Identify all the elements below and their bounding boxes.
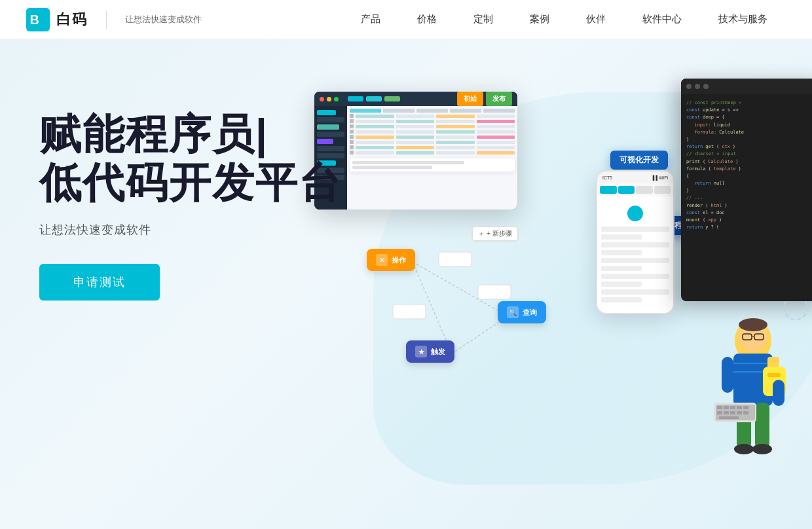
nav-item-products[interactable]: 产品: [342, 0, 399, 39]
phone-avatar: [627, 206, 643, 221]
hero-left-content: 赋能程序员| 低代码开发平台 让想法快速变成软件 申请测试: [39, 111, 342, 301]
step-btn-publish: 发布: [486, 92, 512, 106]
phone-row-4: [601, 250, 642, 255]
nav-item-pricing[interactable]: 价格: [399, 0, 455, 39]
svg-rect-7: [393, 304, 426, 319]
hero-title-line1: 赋能程序员|: [39, 111, 342, 157]
logo-area: B 白码 让想法快速变成软件: [26, 8, 202, 31]
node-icon-star: ★: [415, 346, 427, 357]
code-dot-3: [703, 84, 709, 89]
table-row-1: [350, 114, 515, 118]
cta-button[interactable]: 申请测试: [39, 264, 160, 301]
window-dot-red: [320, 97, 324, 101]
table-row-5: [350, 135, 515, 139]
svg-point-10: [739, 318, 767, 331]
toolbar-tag-green: [384, 96, 400, 101]
phone-tab-4: [654, 186, 671, 194]
svg-point-39: [784, 301, 807, 319]
phone-row-2: [601, 234, 642, 240]
svg-rect-19: [767, 373, 781, 377]
phone-row-3: [601, 242, 669, 247]
svg-rect-35: [730, 411, 735, 414]
svg-rect-23: [755, 403, 769, 448]
node-icon-orange: ✕: [376, 254, 388, 266]
code-content: // const printDeep = const update = s =>…: [681, 94, 812, 236]
toolbar-tag-teal: [366, 96, 382, 101]
logo-icon: B: [26, 8, 50, 31]
svg-rect-21: [773, 380, 784, 406]
table-row-6: [350, 140, 515, 144]
nav-item-custom[interactable]: 定制: [455, 0, 511, 39]
svg-rect-31: [737, 406, 742, 409]
table-row-2: [350, 119, 515, 123]
logo-text: 白码: [56, 10, 88, 29]
phone-tabs: [597, 183, 673, 196]
phone-row-8: [601, 282, 642, 287]
svg-text:B: B: [29, 12, 39, 27]
svg-rect-34: [724, 411, 729, 414]
phone-content: [597, 196, 673, 309]
node-icon-blue: 🔍: [507, 306, 519, 318]
step-buttons: 初始 发布: [457, 92, 512, 106]
svg-rect-37: [743, 411, 748, 414]
header: B 白码 让想法快速变成软件 产品 价格 定制 案例 伙伴 软件中心 技术与服务: [0, 0, 812, 39]
window-titlebar: 初始 发布: [314, 92, 517, 106]
badge-visual-dev: 可视化开发: [610, 151, 668, 170]
svg-rect-32: [743, 406, 748, 409]
window-dot-yellow: [327, 97, 331, 101]
new-step-button[interactable]: ＋ + 新步骤: [471, 226, 519, 242]
toolbar-tag-cyan: [348, 96, 363, 101]
new-step-label: + 新步骤: [487, 229, 512, 238]
logo-divider: [106, 10, 107, 29]
svg-rect-38: [719, 416, 739, 419]
hero-subtitle: 让想法快速变成软件: [39, 222, 342, 238]
svg-rect-28: [717, 406, 722, 409]
phone-statusbar: ICT5 ▐▐ WiFi: [597, 172, 673, 183]
table-row-4: [350, 130, 515, 134]
nav-item-tech[interactable]: 技术与服务: [700, 0, 786, 39]
phone-row-1: [601, 227, 669, 232]
hero-section: 赋能程序员| 低代码开发平台 让想法快速变成软件 申请测试 初始 发布: [0, 39, 812, 529]
svg-rect-30: [730, 406, 735, 409]
logo-slogan: 让想法快速变成软件: [125, 14, 202, 26]
phone-row-10: [601, 297, 642, 302]
table-row-8: [350, 151, 515, 155]
hero-illustration: 初始 发布: [288, 79, 812, 511]
phone-row-9: [601, 289, 669, 295]
step-btn-initial: 初始: [457, 92, 483, 106]
table-row-3: [350, 124, 515, 128]
svg-rect-6: [478, 285, 511, 299]
plus-icon: ＋: [478, 229, 485, 238]
nav-item-software[interactable]: 软件中心: [624, 0, 700, 39]
flow-node-blue: 🔍 查询: [498, 301, 546, 323]
code-dot-1: [686, 84, 692, 89]
nav-item-partner[interactable]: 伙伴: [568, 0, 624, 39]
phone-tab-3: [636, 186, 653, 194]
code-dot-2: [695, 84, 700, 89]
svg-point-25: [752, 444, 772, 454]
node-label-orange: 操作: [392, 255, 406, 265]
hero-title-line2: 低代码开发平台: [39, 160, 342, 206]
svg-point-24: [734, 444, 754, 454]
phone-tab-1: [600, 186, 617, 194]
character-illustration: [694, 301, 812, 484]
svg-rect-36: [737, 411, 742, 414]
phone-row-7: [601, 274, 669, 279]
nav-item-cases[interactable]: 案例: [511, 0, 568, 39]
flow-node-orange: ✕ 操作: [367, 249, 415, 271]
node-label-star: 触发: [431, 347, 445, 357]
svg-rect-29: [724, 406, 729, 409]
phone-row-5: [601, 258, 669, 263]
code-titlebar: [681, 79, 812, 94]
phone-mockup: ICT5 ▐▐ WiFi: [596, 170, 674, 314]
node-label-blue: 查询: [523, 308, 537, 318]
code-editor: // const printDeep = const update = s =>…: [681, 79, 812, 301]
table-row-7: [350, 145, 515, 149]
svg-rect-5: [439, 252, 471, 266]
phone-tab-2: [618, 186, 635, 194]
flow-node-star: ★ 触发: [406, 340, 454, 363]
window-dot-green: [334, 97, 339, 101]
character-svg: [694, 301, 812, 484]
phone-row-6: [601, 266, 642, 271]
svg-rect-20: [722, 357, 733, 393]
